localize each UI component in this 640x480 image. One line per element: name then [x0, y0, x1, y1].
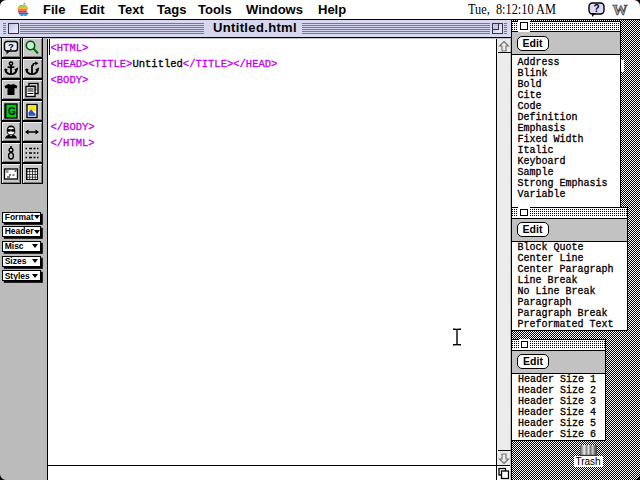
- svg-text:W: W: [613, 2, 628, 18]
- svg-text:?: ?: [8, 40, 14, 51]
- svg-text:?: ?: [593, 3, 599, 14]
- svg-text:G: G: [8, 105, 16, 116]
